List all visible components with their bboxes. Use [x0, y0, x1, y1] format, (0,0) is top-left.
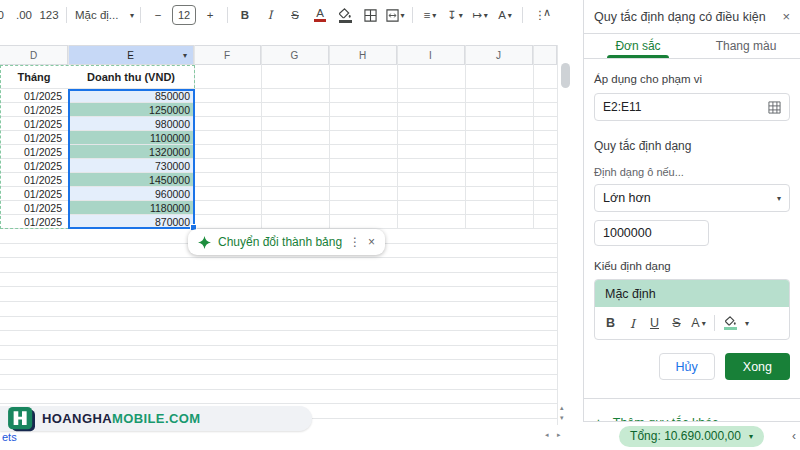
month-cell[interactable]: 01/2025: [0, 103, 68, 116]
revenue-cell[interactable]: 1320000: [68, 145, 194, 158]
style-preview: Mặc định: [595, 280, 789, 307]
month-cell[interactable]: 01/2025: [0, 187, 68, 200]
panel-divider: [584, 398, 800, 399]
chevron-down-icon: ▾: [745, 319, 749, 328]
empty-cells: [194, 89, 557, 102]
paint-bucket-icon: [724, 316, 737, 326]
column-header-E[interactable]: E▾: [68, 45, 194, 65]
chevron-down-icon: ▾: [702, 319, 706, 328]
table-row: 01/20251250000: [0, 103, 557, 117]
revenue-cell[interactable]: 1100000: [68, 131, 194, 144]
style-underline-button[interactable]: U: [645, 312, 664, 334]
table-row: 01/2025870000: [0, 215, 557, 229]
month-cell[interactable]: 01/2025: [0, 215, 68, 228]
formatting-style-card: Mặc định B I U S A▾ ▾: [594, 279, 790, 340]
style-italic-button[interactable]: I: [623, 312, 642, 334]
column-header-G[interactable]: G: [261, 45, 329, 65]
done-button[interactable]: Xong: [725, 353, 790, 380]
conditional-format-panel: Quy tắc định dạng có điều kiện × Đơn sắc…: [583, 0, 800, 450]
style-text-color-button[interactable]: A▾: [689, 312, 708, 334]
column-headers: DE▾FGHIJ: [0, 45, 557, 65]
month-cell[interactable]: 01/2025: [0, 117, 68, 130]
column-header-F[interactable]: F: [194, 45, 261, 65]
style-strikethrough-button[interactable]: S: [667, 312, 686, 334]
month-cell[interactable]: 01/2025: [0, 173, 68, 186]
expand-panel-icon[interactable]: ‹: [792, 429, 796, 443]
select-data-range-icon[interactable]: [768, 101, 781, 114]
table-row: 01/2025850000: [0, 89, 557, 103]
scroll-right-icon[interactable]: ▸: [557, 431, 561, 439]
condition-value-input[interactable]: [594, 220, 709, 246]
month-cell[interactable]: 01/2025: [0, 201, 68, 214]
revenue-cell[interactable]: 730000: [68, 159, 194, 172]
hoangha-logo-icon: [8, 407, 36, 433]
revenue-cell[interactable]: 1250000: [68, 103, 194, 116]
chevron-down-icon: ▾: [749, 432, 753, 441]
table-row: 01/2025960000: [0, 187, 557, 201]
condition-select[interactable]: Lớn hơn ▾: [594, 184, 790, 212]
active-tab-underline: [607, 55, 669, 58]
empty-cells: [194, 173, 557, 186]
data-table: Tháng Doanh thu (VND) 01/202585000001/20…: [0, 65, 557, 229]
range-input[interactable]: E2:E11: [594, 93, 790, 121]
tab-color-scale[interactable]: Thang màu: [692, 34, 800, 58]
style-fill-color-button[interactable]: [721, 312, 740, 334]
month-cell[interactable]: 01/2025: [0, 159, 68, 172]
revenue-cell[interactable]: 870000: [68, 215, 194, 228]
column-menu-icon[interactable]: ▾: [183, 51, 187, 60]
gridline: [557, 45, 558, 425]
revenue-cell[interactable]: 1180000: [68, 201, 194, 214]
scroll-up-icon[interactable]: ▴: [560, 404, 564, 412]
apply-range-label: Áp dụng cho phạm vi: [594, 73, 790, 85]
empty-cells: [194, 215, 557, 228]
empty-cells: [194, 187, 557, 200]
month-cell[interactable]: 01/2025: [0, 131, 68, 144]
month-header-cell[interactable]: Tháng: [0, 65, 68, 88]
empty-grid-rows[interactable]: [0, 229, 557, 425]
column-header-partial[interactable]: [533, 45, 557, 65]
empty-cells: [194, 145, 557, 158]
toolbar-separator: [714, 315, 715, 331]
sum-badge[interactable]: Tổng: 10.690.000,00 ▾: [619, 426, 764, 447]
table-row: 01/20251180000: [0, 201, 557, 215]
table-row: 01/20251450000: [0, 173, 557, 187]
selected-fill-color-swatch: [724, 327, 737, 330]
panel-title: Quy tắc định dạng có điều kiện: [594, 10, 766, 24]
column-header-J[interactable]: J: [465, 45, 533, 65]
table-row: 01/2025730000: [0, 159, 557, 173]
scroll-down-icon[interactable]: ▾: [560, 414, 564, 422]
sheets-app: .0 .00 123 Mặc đị... ▾ − 12 + B I S A ▾ …: [0, 0, 800, 450]
column-header-D[interactable]: D: [0, 45, 68, 65]
empty-cells: [194, 159, 557, 172]
column-header-I[interactable]: I: [397, 45, 465, 65]
convert-to-table-button[interactable]: Chuyển đổi thành bảng: [218, 235, 342, 249]
scroll-left-icon[interactable]: ◂: [545, 431, 549, 439]
tab-single-color[interactable]: Đơn sắc: [584, 34, 692, 58]
revenue-cell[interactable]: 850000: [68, 89, 194, 102]
revenue-cell[interactable]: 960000: [68, 187, 194, 200]
style-bold-button[interactable]: B: [601, 312, 620, 334]
revenue-cell[interactable]: 980000: [68, 117, 194, 130]
popup-more-icon[interactable]: ⋮: [349, 235, 361, 249]
sheet-tab-fragment[interactable]: ets: [2, 431, 17, 443]
empty-cells: [194, 201, 557, 214]
revenue-cell[interactable]: 1450000: [68, 173, 194, 186]
empty-cells: [194, 117, 557, 130]
spreadsheet-grid: DE▾FGHIJ Tháng Doanh thu (VND) 01/202585…: [0, 0, 572, 450]
table-header-row: Tháng Doanh thu (VND): [0, 65, 557, 89]
close-panel-icon[interactable]: ×: [782, 9, 790, 24]
popup-close-icon[interactable]: ×: [368, 235, 375, 249]
month-cell[interactable]: 01/2025: [0, 145, 68, 158]
empty-cells: [194, 65, 557, 88]
formatting-style-label: Kiểu định dạng: [594, 260, 790, 272]
vertical-scrollbar[interactable]: [561, 63, 570, 88]
watermark-text-secondary: MOBILE.COM: [112, 411, 201, 426]
column-header-H[interactable]: H: [329, 45, 397, 65]
revenue-header-cell[interactable]: Doanh thu (VND): [68, 65, 194, 88]
watermark-text-primary: HOANGHA: [42, 411, 112, 426]
sparkle-icon: [198, 236, 211, 249]
month-cell[interactable]: 01/2025: [0, 89, 68, 102]
table-row: 01/2025980000: [0, 117, 557, 131]
table-row: 01/20251100000: [0, 131, 557, 145]
cancel-button[interactable]: Hủy: [659, 353, 715, 380]
